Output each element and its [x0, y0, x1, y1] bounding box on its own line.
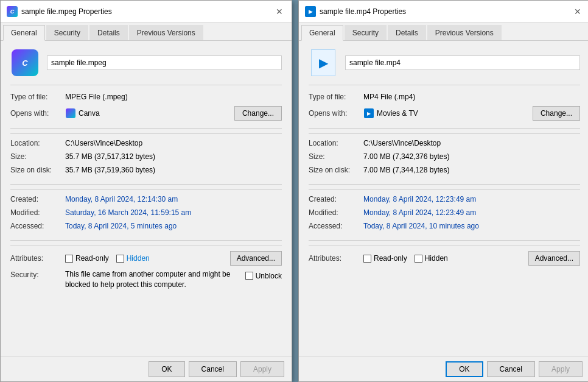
change-button-mp4[interactable]: Change...	[533, 106, 580, 121]
modified-value-mpeg: Saturday, 16 March 2024, 11:59:15 am	[65, 208, 282, 217]
hidden-box-mpeg[interactable]	[116, 255, 124, 263]
tab-general-mpeg[interactable]: General	[3, 25, 45, 41]
file-icon-mp4: ▶	[309, 48, 338, 77]
location-info-mp4: Location: C:\Users\Vince\Desktop Size: 7…	[309, 139, 580, 185]
apply-button-mp4[interactable]: Apply	[539, 361, 583, 377]
created-value-mpeg: Monday, 8 April 2024, 12:14:30 am	[65, 195, 282, 203]
apply-button-mpeg[interactable]: Apply	[240, 361, 284, 377]
tab-details-mpeg[interactable]: Details	[89, 25, 128, 40]
title-icon-mp4: ▶	[305, 6, 316, 17]
opens-icon-mpeg	[65, 108, 76, 119]
type-label-mpeg: Type of file:	[10, 93, 65, 101]
security-text-mpeg: This file came from another computer and…	[65, 269, 243, 290]
size-disk-value-mp4: 7.00 MB (7,344,128 bytes)	[363, 166, 580, 174]
size-label-mp4: Size:	[309, 152, 363, 161]
hidden-box-mp4[interactable]	[415, 255, 422, 263]
file-header-mpeg: C	[10, 48, 282, 85]
location-info-mpeg: Location: C:\Users\Vince\Desktop Size: 3…	[10, 139, 282, 185]
cancel-button-mpeg[interactable]: Cancel	[189, 361, 237, 377]
checkbox-group-mpeg: Read-only Hidden	[65, 254, 230, 263]
opens-label-mpeg: Opens with:	[10, 109, 65, 118]
tab-details-mp4[interactable]: Details	[388, 25, 426, 40]
dates-info-mpeg: Created: Monday, 8 April 2024, 12:14:30 …	[10, 195, 282, 241]
accessed-label-mp4: Accessed:	[309, 222, 363, 230]
opens-icon-mp4: ▶	[363, 108, 374, 119]
location-label-mp4: Location:	[309, 139, 363, 147]
readonly-box-mp4[interactable]	[363, 255, 371, 263]
location-value-mpeg: C:\Users\Vince\Desktop	[65, 139, 282, 147]
dialog-mpeg: C sample file.mpeg Properties ✕ General …	[0, 0, 292, 382]
file-header-mp4: ▶	[309, 48, 580, 85]
opens-app-mpeg: Canva	[79, 109, 100, 118]
hidden-label-mpeg: Hidden	[127, 254, 150, 263]
accessed-label-mpeg: Accessed:	[10, 222, 65, 230]
close-button-mpeg[interactable]: ✕	[273, 5, 285, 18]
security-row-mpeg: Security: This file came from another co…	[10, 269, 282, 290]
cancel-button-mp4[interactable]: Cancel	[487, 361, 535, 377]
size-label-mpeg: Size:	[10, 152, 65, 161]
tabs-mpeg: General Security Details Previous Versio…	[1, 23, 292, 41]
title-text-mp4: sample file.mp4 Properties	[320, 7, 406, 16]
hidden-label-mp4: Hidden	[425, 254, 448, 263]
type-label-mp4: Type of file:	[309, 93, 363, 101]
file-icon-mpeg: C	[10, 48, 40, 77]
unblock-area-mpeg: Unblock	[245, 269, 282, 280]
hidden-checkbox-mp4[interactable]: Hidden	[415, 254, 448, 263]
readonly-label-mp4: Read-only	[374, 254, 407, 263]
filename-input-mp4[interactable]	[345, 55, 580, 70]
content-mpeg: C Type of file: MPEG File (.mpeg) Opens …	[1, 41, 292, 327]
security-label-mpeg: Security:	[10, 269, 65, 279]
location-label-mpeg: Location:	[10, 139, 65, 147]
unblock-checkbox-mpeg[interactable]	[245, 272, 253, 280]
unblock-label-mpeg: Unblock	[256, 272, 282, 280]
readonly-box-mpeg[interactable]	[65, 255, 73, 263]
type-info-mpeg: Type of file: MPEG File (.mpeg) Opens wi…	[10, 93, 282, 129]
opens-label-mp4: Opens with:	[309, 109, 363, 118]
attributes-row-mp4: Attributes: Read-only Hidden Advanced...	[309, 251, 580, 266]
location-value-mp4: C:\Users\Vince\Desktop	[363, 139, 580, 147]
attributes-row-mpeg: Attributes: Read-only Hidden Advanced...	[10, 251, 282, 266]
type-info-mp4: Type of file: MP4 File (.mp4) Opens with…	[309, 93, 580, 129]
tabs-mp4: General Security Details Previous Versio…	[299, 23, 588, 41]
size-disk-label-mp4: Size on disk:	[309, 166, 363, 174]
created-label-mpeg: Created:	[10, 195, 65, 203]
close-button-mp4[interactable]: ✕	[572, 5, 584, 18]
ok-button-mp4[interactable]: OK	[446, 361, 483, 377]
title-bar-mpeg: C sample file.mpeg Properties ✕	[1, 1, 292, 23]
created-value-mp4: Monday, 8 April 2024, 12:23:49 am	[363, 195, 580, 203]
filename-input-mpeg[interactable]	[47, 55, 282, 70]
ok-button-mpeg[interactable]: OK	[149, 361, 184, 377]
hidden-checkbox-mpeg[interactable]: Hidden	[116, 254, 150, 263]
attributes-label-mpeg: Attributes:	[10, 254, 65, 263]
advanced-button-mpeg[interactable]: Advanced...	[230, 251, 282, 266]
type-value-mp4: MP4 File (.mp4)	[363, 93, 580, 101]
tab-previous-versions-mp4[interactable]: Previous Versions	[427, 25, 502, 40]
readonly-label-mpeg: Read-only	[75, 254, 109, 263]
tab-general-mp4[interactable]: General	[301, 25, 343, 41]
dialog-mp4: ▶ sample file.mp4 Properties ✕ General S…	[298, 0, 588, 382]
advanced-button-mp4[interactable]: Advanced...	[528, 251, 580, 266]
readonly-checkbox-mpeg[interactable]: Read-only	[65, 254, 109, 263]
movies-tv-icon: ▶	[364, 108, 374, 118]
canva-icon: C	[12, 49, 38, 76]
size-value-mp4: 7.00 MB (7,342,376 bytes)	[363, 152, 580, 161]
tab-security-mp4[interactable]: Security	[345, 25, 387, 40]
change-button-mpeg[interactable]: Change...	[234, 106, 282, 121]
mp4-icon: ▶	[311, 49, 335, 76]
opens-app-mp4: Movies & TV	[377, 109, 418, 118]
accessed-value-mp4: Today, 8 April 2024, 10 minutes ago	[363, 222, 580, 230]
tab-previous-versions-mpeg[interactable]: Previous Versions	[129, 25, 203, 40]
size-value-mpeg: 35.7 MB (37,517,312 bytes)	[65, 152, 282, 161]
title-text-mpeg: sample file.mpeg Properties	[21, 7, 112, 16]
movies-play-icon: ▶	[367, 111, 371, 116]
attributes-label-mp4: Attributes:	[309, 254, 363, 263]
tab-security-mpeg[interactable]: Security	[46, 25, 88, 40]
title-icon-mpeg: C	[7, 6, 18, 17]
readonly-checkbox-mp4[interactable]: Read-only	[363, 254, 407, 263]
modified-value-mp4: Monday, 8 April 2024, 12:23:49 am	[363, 208, 580, 217]
dates-info-mp4: Created: Monday, 8 April 2024, 12:23:49 …	[309, 195, 580, 241]
content-mp4: ▶ Type of file: MP4 File (.mp4) Opens wi…	[299, 41, 588, 301]
bottom-buttons-mpeg: OK Cancel Apply	[1, 356, 292, 381]
size-disk-label-mpeg: Size on disk:	[10, 166, 65, 174]
title-bar-mp4: ▶ sample file.mp4 Properties ✕	[299, 1, 588, 23]
